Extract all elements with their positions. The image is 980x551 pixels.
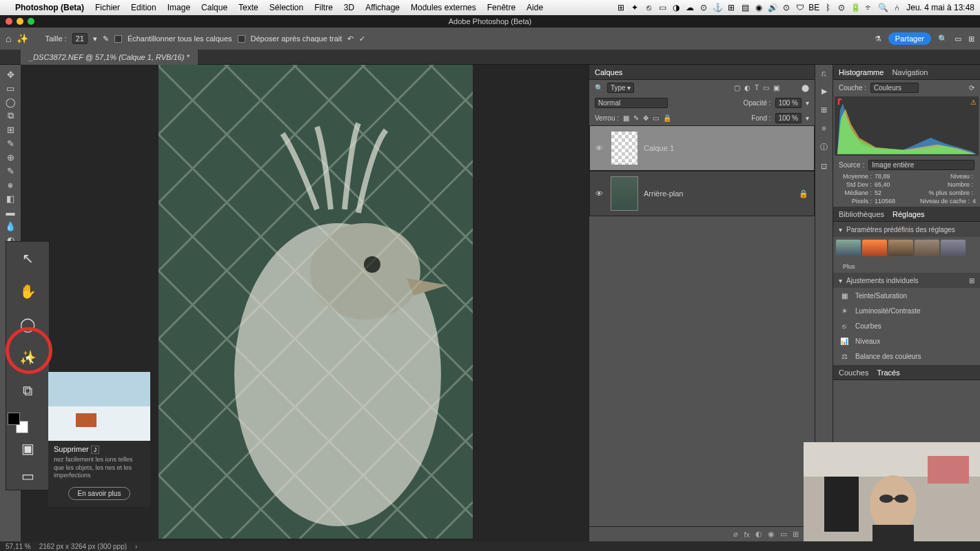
lock-paint-icon[interactable]: ✎ <box>633 114 639 122</box>
share-button[interactable]: Partager <box>888 32 931 45</box>
menu-fichier[interactable]: Fichier <box>90 3 125 12</box>
battery-icon[interactable]: 🔋 <box>848 3 862 12</box>
sample-checkbox[interactable] <box>114 35 122 43</box>
clock[interactable]: Jeu. 4 mai à 13:48 <box>906 3 974 12</box>
ellipse-tool-icon[interactable]: ◯ <box>6 308 49 341</box>
menu-image[interactable]: Image <box>162 3 196 12</box>
layer-name[interactable]: Arrière-plan <box>644 189 683 198</box>
status-icon[interactable]: ◉ <box>752 3 766 12</box>
menu-texte[interactable]: Texte <box>233 3 264 12</box>
close-window-button[interactable] <box>6 18 12 25</box>
status-icon[interactable]: 🛡 <box>793 3 807 12</box>
preset-thumb[interactable] <box>915 240 939 256</box>
layers-tab[interactable]: Calques <box>595 68 622 76</box>
arrow-tool-icon[interactable]: ↖ <box>6 242 49 275</box>
chevron-right-icon[interactable]: › <box>135 543 137 550</box>
commit-icon[interactable]: ✓ <box>359 34 365 43</box>
filter-image-icon[interactable]: ▢ <box>734 84 740 92</box>
lasso-tool[interactable]: ◯ <box>1 95 20 109</box>
brush-icon[interactable]: ✎ <box>103 34 109 43</box>
paths-tab[interactable]: Tracés <box>877 368 899 377</box>
adj-color-balance[interactable]: ⚖Balance des couleurs <box>833 349 980 364</box>
fg-color-swatch[interactable] <box>8 413 20 425</box>
crop-tool[interactable]: ⧉ <box>1 109 20 123</box>
status-icon[interactable]: ⎋ <box>642 3 655 12</box>
opacity-field[interactable]: 100 % <box>775 98 802 108</box>
visibility-icon[interactable]: 👁 <box>595 144 605 152</box>
layer-name[interactable]: Calque 1 <box>644 144 674 152</box>
status-icon[interactable]: ⊙ <box>779 3 793 12</box>
marquee-tool[interactable]: ▭ <box>1 81 20 95</box>
status-icon[interactable]: ⊙ <box>697 3 711 12</box>
color-swatches[interactable] <box>8 413 28 433</box>
status-icon[interactable]: ✦ <box>628 3 642 12</box>
healing-tool[interactable]: ⊕ <box>1 150 20 164</box>
hand-tool-icon[interactable]: ✋ <box>6 275 49 308</box>
chevron-down-icon[interactable]: ▾ <box>839 277 842 284</box>
status-icon[interactable]: 🔊 <box>766 3 779 12</box>
layer-row[interactable]: 👁 Calque 1 <box>589 125 815 171</box>
quickmask-icon[interactable]: ▣ <box>6 435 49 462</box>
filter-toggle[interactable]: ⬤ <box>802 84 809 92</box>
navigation-tab[interactable]: Navigation <box>892 68 928 76</box>
filter-text-icon[interactable]: T <box>755 84 759 92</box>
channels-tab[interactable]: Couches <box>839 368 868 377</box>
panel-icon[interactable]: ⊞ <box>821 105 827 114</box>
undo-icon[interactable]: ↶ <box>347 34 354 43</box>
preset-thumb[interactable] <box>862 240 887 256</box>
panel-icon[interactable]: ≡ <box>821 124 826 132</box>
status-icon[interactable]: ⊞ <box>614 3 628 12</box>
panel-icon[interactable]: ▶ <box>821 87 827 96</box>
menu-3d[interactable]: 3D <box>338 3 360 12</box>
home-button[interactable]: ⌂ <box>6 33 11 44</box>
panel-icon[interactable]: ⎌ <box>821 69 826 77</box>
menu-filtre[interactable]: Filtre <box>309 3 338 12</box>
dropdown-icon[interactable]: ▾ <box>806 114 809 122</box>
menu-fenetre[interactable]: Fenêtre <box>482 3 521 12</box>
maximize-window-button[interactable] <box>28 18 34 25</box>
control-center-icon[interactable]: ⑃ <box>890 3 904 12</box>
refresh-icon[interactable]: ⟳ <box>969 84 974 92</box>
adj-curves[interactable]: ⎋Courbes <box>833 318 980 333</box>
blend-mode-select[interactable]: Normal <box>595 98 668 108</box>
lock-trans-icon[interactable]: ▦ <box>623 114 629 122</box>
search-icon[interactable]: 🔍 <box>595 84 603 92</box>
filter-adjust-icon[interactable]: ◐ <box>744 84 751 92</box>
drop-checkbox[interactable] <box>238 35 245 43</box>
menu-calque[interactable]: Calque <box>196 3 233 12</box>
lock-pos-icon[interactable]: ✥ <box>643 114 649 122</box>
size-field[interactable]: 21 <box>72 33 88 44</box>
remove-tool-icon[interactable]: ✨ <box>6 341 49 374</box>
minimize-window-button[interactable] <box>17 18 23 25</box>
layer-thumbnail[interactable] <box>611 131 638 165</box>
crop-tool-icon[interactable]: ⧉ <box>6 374 49 407</box>
menu-edition[interactable]: Edition <box>125 3 162 12</box>
filter-shape-icon[interactable]: ▭ <box>763 84 769 92</box>
status-icon[interactable]: BE <box>807 3 821 12</box>
channel-select[interactable]: Couleurs <box>870 83 919 93</box>
eyedropper-tool[interactable]: ✎ <box>1 136 20 150</box>
status-icon[interactable]: ⚓ <box>711 3 724 12</box>
preset-thumb[interactable] <box>941 240 966 256</box>
frame-tool[interactable]: ⊞ <box>1 123 20 136</box>
adjustments-tab[interactable]: Réglages <box>892 210 924 218</box>
panel-icon[interactable]: ⊡ <box>821 162 827 171</box>
preset-thumb[interactable] <box>888 240 913 256</box>
libraries-tab[interactable]: Bibliothèques <box>839 210 884 218</box>
lock-nest-icon[interactable]: ▭ <box>653 114 659 122</box>
menu-affichage[interactable]: Affichage <box>360 3 405 12</box>
status-icon[interactable]: ☁ <box>683 3 697 12</box>
workspace-icon[interactable]: ▭ <box>955 34 961 43</box>
folder-icon[interactable]: ▭ <box>780 530 787 539</box>
document-tab[interactable]: _DSC3872.NEF @ 57,1% (Calque 1, RVB/16) … <box>21 50 198 65</box>
adjustment-icon[interactable]: ◉ <box>768 530 775 539</box>
grid-icon[interactable]: ⊞ <box>969 277 974 284</box>
preset-thumb[interactable] <box>836 240 861 256</box>
bluetooth-icon[interactable]: ᛒ <box>821 3 835 12</box>
histogram-tab[interactable]: Histogramme <box>839 68 884 76</box>
search-icon[interactable]: 🔍 <box>938 34 948 43</box>
filter-type-select[interactable]: Type ▾ <box>607 83 634 93</box>
fill-field[interactable]: 100 % <box>775 113 802 123</box>
document-canvas[interactable] <box>159 65 473 539</box>
status-icon[interactable]: ◑ <box>669 3 683 12</box>
